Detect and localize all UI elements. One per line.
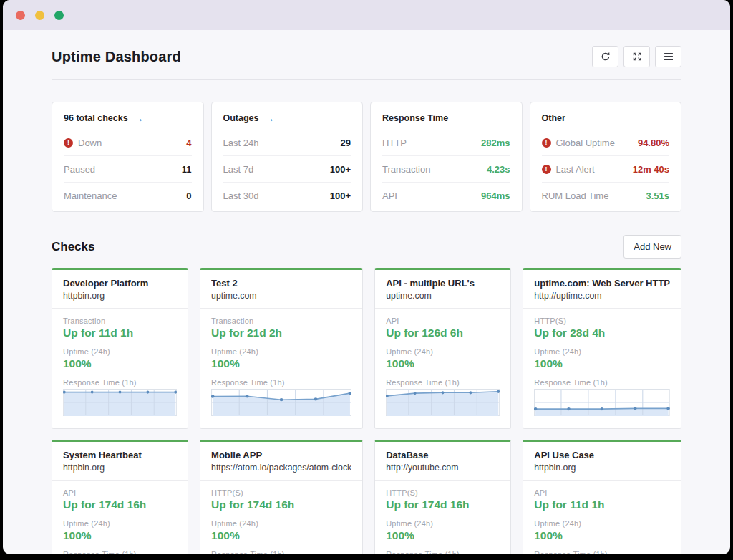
check-card-header: Test 2 uptime.com bbox=[200, 270, 362, 309]
check-type-label: Transaction bbox=[211, 317, 351, 325]
check-card-header: uptime.com: Web Server HTTP http://uptim… bbox=[523, 270, 681, 309]
stat-row-label: Last 24h bbox=[223, 137, 259, 148]
check-response-label: Response Time (1h) bbox=[534, 550, 670, 554]
check-type-label: API bbox=[534, 488, 670, 497]
check-card-body: API Up for 11d 1h Uptime (24h) 100% Resp… bbox=[523, 481, 681, 554]
check-url: uptime.com bbox=[211, 291, 351, 301]
check-uptime-value: 100% bbox=[211, 357, 351, 370]
stat-row-label: Last 7d bbox=[223, 164, 254, 175]
stat-card-title: Response Time bbox=[382, 113, 448, 123]
maximize-window-icon[interactable] bbox=[54, 11, 64, 20]
stat-card-title: Other bbox=[542, 113, 565, 123]
header-divider bbox=[52, 79, 681, 80]
check-uptime-label: Uptime (24h) bbox=[63, 519, 177, 528]
check-response-label: Response Time (1h) bbox=[63, 550, 177, 554]
check-response-label: Response Time (1h) bbox=[534, 378, 670, 387]
check-card[interactable]: API Use Case httpbin.org API Up for 11d … bbox=[523, 440, 681, 554]
stat-row: ! Global Uptime 94.80% bbox=[542, 130, 670, 155]
stat-row: Maintenance 0 bbox=[64, 182, 192, 208]
add-new-button[interactable]: Add New bbox=[623, 235, 681, 259]
check-response-label: Response Time (1h) bbox=[211, 550, 351, 554]
response-time-sparkline-chart bbox=[211, 389, 351, 419]
checks-heading: Checks bbox=[52, 240, 94, 254]
stat-row-value: 29 bbox=[341, 137, 351, 148]
menu-button[interactable] bbox=[655, 46, 681, 67]
check-uptime-label: Uptime (24h) bbox=[534, 519, 670, 528]
check-up-duration: Up for 174d 16h bbox=[211, 498, 351, 511]
check-type-label: HTTP(S) bbox=[386, 488, 500, 497]
stat-row: Last 30d 100+ bbox=[223, 182, 351, 208]
check-response-label: Response Time (1h) bbox=[386, 550, 500, 554]
stat-row-value: 4.23s bbox=[487, 164, 510, 175]
stat-row-value: 0 bbox=[186, 190, 191, 201]
check-card[interactable]: Developer Platform httpbin.org Transacti… bbox=[52, 268, 188, 429]
app-window: Uptime Dashboard bbox=[3, 0, 730, 554]
check-type-label: API bbox=[386, 317, 500, 325]
hamburger-menu-icon bbox=[664, 52, 674, 61]
check-card-body: HTTP(S) Up for 174d 16h Uptime (24h) 100… bbox=[200, 481, 362, 554]
stat-card-title: 96 total checks bbox=[64, 113, 128, 123]
check-up-duration: Up for 126d 6h bbox=[386, 327, 500, 339]
arrow-right-icon[interactable]: → bbox=[265, 113, 275, 123]
stat-row-label: Maintenance bbox=[64, 190, 117, 201]
check-response-label: Response Time (1h) bbox=[63, 378, 177, 387]
stat-row-label: HTTP bbox=[382, 137, 407, 148]
stat-card-title-row: Response Time bbox=[382, 102, 510, 130]
check-card[interactable]: Test 2 uptime.com Transaction Up for 21d… bbox=[200, 268, 363, 429]
check-uptime-value: 100% bbox=[534, 357, 670, 370]
check-name: System Heartbeat bbox=[63, 450, 177, 460]
stat-rows: ! Down 4 Paused 11 Maintenance 0 bbox=[64, 130, 192, 208]
check-uptime-label: Uptime (24h) bbox=[211, 519, 351, 528]
check-card-body: API Up for 126d 6h Uptime (24h) 100% Res… bbox=[375, 309, 510, 428]
stat-rows: HTTP 282ms Transaction 4.23s API 964ms bbox=[382, 130, 510, 208]
stat-row-value: 282ms bbox=[481, 137, 510, 148]
stat-row-value: 4 bbox=[186, 137, 191, 148]
stat-row: ! Down 4 bbox=[64, 130, 192, 155]
minimize-window-icon[interactable] bbox=[35, 11, 44, 20]
check-card-body: HTTP(S) Up for 174d 16h Uptime (24h) 100… bbox=[375, 481, 510, 554]
check-card[interactable]: API - multiple URL's uptime.com API Up f… bbox=[374, 268, 511, 429]
stat-row: ! Last Alert 12m 40s bbox=[542, 155, 670, 182]
stat-card: Other ! Global Uptime 94.80% ! Last Aler… bbox=[530, 102, 682, 212]
check-name: API - multiple URL's bbox=[386, 278, 500, 289]
check-card[interactable]: Mobile APP https://atom.io/packages/atom… bbox=[200, 440, 363, 554]
stat-row-label: Transaction bbox=[382, 164, 430, 175]
check-name: DataBase bbox=[386, 450, 500, 460]
check-response-label: Response Time (1h) bbox=[211, 378, 351, 387]
stat-row-label: Last Alert bbox=[556, 164, 595, 175]
expand-button[interactable] bbox=[623, 46, 650, 67]
stat-card-title: Outages bbox=[223, 113, 259, 123]
check-card[interactable]: uptime.com: Web Server HTTP http://uptim… bbox=[523, 268, 681, 429]
checks-grid: Developer Platform httpbin.org Transacti… bbox=[52, 268, 681, 554]
check-uptime-value: 100% bbox=[534, 529, 670, 542]
stat-row-label: RUM Load Time bbox=[542, 190, 609, 201]
close-window-icon[interactable] bbox=[16, 11, 25, 20]
check-url: http://youtube.com bbox=[386, 463, 500, 473]
check-name: Developer Platform bbox=[63, 278, 177, 289]
titlebar bbox=[3, 0, 730, 30]
arrow-right-icon[interactable]: → bbox=[134, 113, 144, 123]
check-up-duration: Up for 11d 1h bbox=[63, 327, 177, 339]
check-card-header: Developer Platform httpbin.org bbox=[52, 270, 188, 309]
stat-rows: ! Global Uptime 94.80% ! Last Alert 12m … bbox=[542, 130, 670, 208]
check-card[interactable]: DataBase http://youtube.com HTTP(S) Up f… bbox=[374, 440, 511, 554]
stats-grid: 96 total checks → ! Down 4 Paused 11 Mai… bbox=[52, 102, 681, 212]
stat-row-value: 12m 40s bbox=[633, 164, 669, 175]
refresh-icon bbox=[601, 52, 611, 62]
check-url: httpbin.org bbox=[534, 463, 670, 473]
stat-row-label: Down bbox=[78, 137, 102, 148]
stat-row-value: 94.80% bbox=[638, 137, 669, 148]
check-card-body: Transaction Up for 21d 2h Uptime (24h) 1… bbox=[200, 309, 362, 428]
check-card-body: API Up for 174d 16h Uptime (24h) 100% Re… bbox=[52, 481, 188, 554]
response-time-sparkline-chart bbox=[63, 389, 177, 419]
stat-row-label: API bbox=[382, 190, 397, 201]
refresh-button[interactable] bbox=[592, 46, 618, 67]
check-card-header: System Heartbeat httpbin.org bbox=[52, 442, 188, 481]
check-up-duration: Up for 174d 16h bbox=[63, 498, 177, 511]
stat-row-value: 100+ bbox=[330, 164, 351, 175]
stat-row: RUM Load Time 3.51s bbox=[542, 182, 670, 208]
header-actions bbox=[592, 46, 681, 67]
stat-row-value: 11 bbox=[182, 164, 192, 175]
stat-row: Paused 11 bbox=[64, 155, 192, 182]
check-card[interactable]: System Heartbeat httpbin.org API Up for … bbox=[52, 440, 188, 554]
